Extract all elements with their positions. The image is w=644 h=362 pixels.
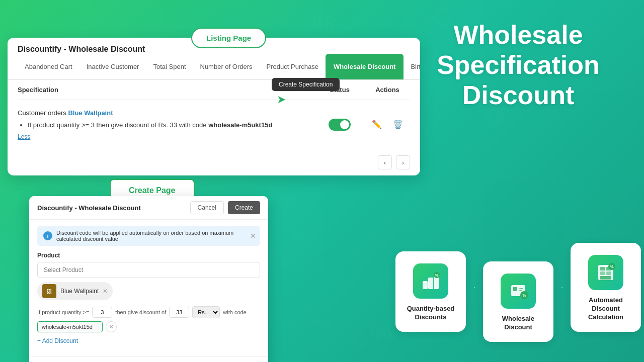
card-title: Discountify - Wholesale Discount xyxy=(18,45,145,53)
svg-rect-1 xyxy=(428,278,433,289)
connector-left xyxy=(474,287,475,288)
spec-content: Customer orders Blue Wallpaint If produc… xyxy=(18,108,314,141)
spec-table: Specification Status Actions Customer or… xyxy=(8,80,420,149)
svg-rect-16 xyxy=(600,276,611,280)
svg-text:%: % xyxy=(522,293,526,298)
right-panel: WholesaleSpecificationDiscount % Quantit… xyxy=(392,0,644,362)
create-form-actions: Cancel Create xyxy=(190,201,260,214)
feature-card-wholesale: % WholesaleDiscount xyxy=(483,261,553,342)
automated-discount-icon: % xyxy=(588,255,623,290)
tab-inactive-customer[interactable]: Inactive Customer xyxy=(79,54,146,79)
wholesale-discount-icon: % xyxy=(501,274,536,309)
product-tag-image: 🖼 xyxy=(42,284,56,298)
arrow-icon: ➤ xyxy=(277,93,340,106)
prev-page-button[interactable]: ‹ xyxy=(378,155,392,169)
info-icon: i xyxy=(43,231,52,240)
listing-page-button[interactable]: Listing Page xyxy=(191,28,266,48)
product-select-input[interactable] xyxy=(37,262,260,278)
tabs-bar: Abandoned Cart Inactive Customer Total S… xyxy=(8,54,420,80)
create-spec-tooltip: Create Specification xyxy=(272,78,340,91)
pagination: ‹ › xyxy=(8,149,420,175)
svg-rect-7 xyxy=(519,288,523,289)
discount-code-input[interactable] xyxy=(37,321,103,332)
form-create-button[interactable]: Create xyxy=(228,201,260,214)
feature-card-quantity: % Quantity-basedDiscounts xyxy=(395,251,466,332)
remove-product-tag-button[interactable]: ✕ xyxy=(103,288,108,295)
tab-total-spent[interactable]: Total Spent xyxy=(146,54,193,79)
spec-rule: If product quantity >= 3 then give disco… xyxy=(28,120,314,131)
automated-discount-label: Automated DiscountCalculation xyxy=(579,296,633,322)
feature-cards: % Quantity-basedDiscounts % WholesaleDis… xyxy=(395,243,641,342)
quantity-input[interactable] xyxy=(92,307,112,318)
close-info-button[interactable]: ✕ xyxy=(250,232,256,240)
create-form-body: i Discount code will be applied automati… xyxy=(29,220,268,356)
clear-rule-button[interactable]: ✕ xyxy=(106,321,117,332)
amount-input[interactable] xyxy=(169,307,189,318)
product-link[interactable]: Blue Wallpaint xyxy=(68,109,113,117)
rule-prefix: If product quantity >= xyxy=(37,309,89,315)
col-specification: Specification xyxy=(18,86,314,94)
product-tag-name: Blue Wallpaint xyxy=(60,288,99,295)
quantity-discounts-icon: % xyxy=(413,263,448,299)
tab-abandoned-cart[interactable]: Abandoned Cart xyxy=(18,54,79,79)
tab-product-purchase[interactable]: Product Purchase xyxy=(260,54,326,79)
svg-rect-8 xyxy=(519,290,522,291)
edit-button[interactable]: ✏️ xyxy=(369,117,384,132)
product-label: Product xyxy=(37,252,260,259)
main-title: WholesaleSpecificationDiscount xyxy=(437,20,600,110)
status-toggle[interactable] xyxy=(329,119,351,131)
svg-rect-15 xyxy=(606,272,611,275)
svg-rect-12 xyxy=(600,267,605,270)
table-header: Specification Status Actions xyxy=(18,80,410,100)
feature-card-automated: % Automated DiscountCalculation xyxy=(571,243,641,332)
connector-right xyxy=(561,287,562,288)
discount-rule-row: If product quantity >= then give discoun… xyxy=(37,306,260,332)
svg-text:%: % xyxy=(435,273,438,278)
spec-text: Customer orders Blue Wallpaint xyxy=(18,108,314,118)
less-link[interactable]: Less xyxy=(18,133,30,140)
info-bar: i Discount code will be applied automati… xyxy=(37,226,260,246)
status-toggle-wrap xyxy=(314,119,365,131)
quantity-discounts-label: Quantity-basedDiscounts xyxy=(407,305,455,322)
currency-select[interactable]: Rs. ◇ % xyxy=(192,306,220,318)
main-card: Discountify - Wholesale Discount Abandon… xyxy=(8,38,420,175)
svg-rect-0 xyxy=(423,281,428,289)
create-form-card: Discountify - Wholesale Discount Cancel … xyxy=(29,196,268,362)
tab-number-of-orders[interactable]: Number of Orders xyxy=(193,54,260,79)
rule-middle: then give discount of xyxy=(115,309,166,315)
add-discount-button[interactable]: + Add Discount xyxy=(37,337,260,344)
wholesale-discount-label: WholesaleDiscount xyxy=(502,315,534,332)
create-form-header: Discountify - Wholesale Discount Cancel … xyxy=(29,196,268,220)
code-prefix: with code xyxy=(223,309,246,315)
create-form-footer: Cancel Create xyxy=(29,356,268,362)
table-row: Customer orders Blue Wallpaint If produc… xyxy=(18,100,410,149)
create-form-title: Discountify - Wholesale Discount xyxy=(37,204,141,212)
svg-rect-14 xyxy=(600,272,605,275)
info-text: Discount code will be applied automatica… xyxy=(56,230,254,242)
svg-rect-6 xyxy=(513,287,517,291)
tooltip-container: Create Specification ➤ xyxy=(272,78,340,106)
product-tag: 🖼 Blue Wallpaint ✕ xyxy=(37,282,113,300)
svg-text:%: % xyxy=(610,264,613,269)
form-cancel-button[interactable]: Cancel xyxy=(190,201,224,214)
